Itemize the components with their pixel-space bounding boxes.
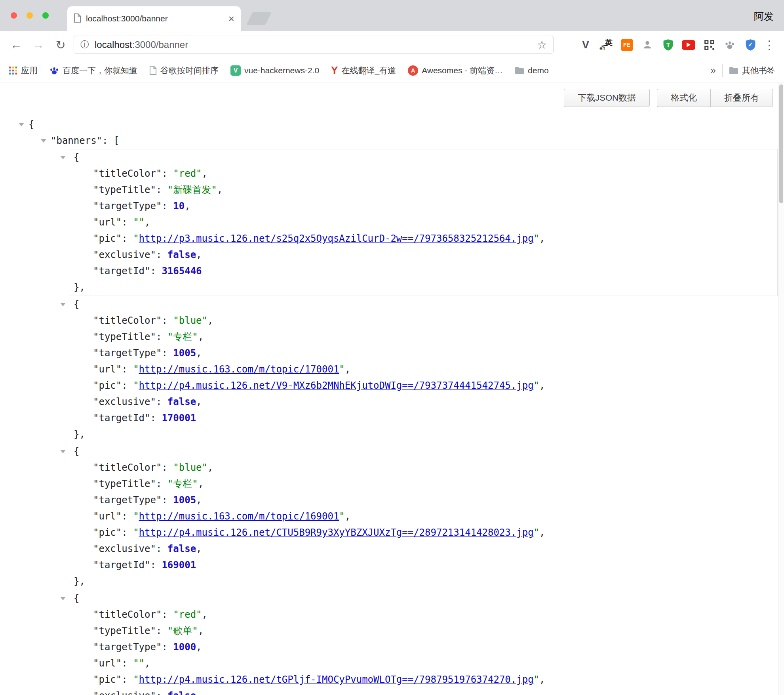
json-line: { (74, 296, 777, 313)
json-brace: { (74, 152, 79, 163)
bookmark-item-baidu[interactable]: 百度一下，你就知道 (49, 65, 137, 76)
forward-button[interactable]: → (29, 36, 48, 54)
contacts-extension-icon[interactable] (640, 37, 655, 52)
json-string-value: "专栏" (167, 478, 198, 489)
format-button[interactable]: 格式化 (657, 89, 710, 107)
json-comma: , (539, 233, 545, 244)
minimize-window-button[interactable] (27, 12, 33, 19)
json-quote: " (534, 527, 539, 538)
qrcode-extension-icon[interactable] (702, 37, 717, 52)
url-host: localhost (95, 39, 132, 50)
json-link[interactable]: http://p4.music.126.net/tGPljf-IMOCyPvum… (139, 674, 534, 685)
bookmark-item-apps[interactable]: 应用 (9, 65, 38, 76)
json-value: "新碟首发" (167, 184, 217, 195)
scrollbar-thumb[interactable] (779, 84, 783, 203)
json-comma: , (198, 625, 204, 636)
bookmark-item-google-sort[interactable]: 谷歌按时间排序 (149, 65, 219, 76)
json-key: "exclusive" (93, 249, 156, 260)
other-bookmarks-label: 其他书签 (742, 65, 775, 76)
bookmark-item-demo[interactable]: demo (515, 66, 549, 75)
json-comma: , (217, 184, 223, 195)
json-brace: { (74, 446, 79, 457)
close-tab-icon[interactable]: × (228, 13, 234, 24)
bookmark-item-vue-hackernews[interactable]: V vue-hackernews-2.0 (230, 65, 319, 76)
chrome-menu-icon[interactable]: ⋮ (763, 38, 775, 52)
address-bar[interactable]: ⓘ localhost:3000/banner ☆ (74, 36, 554, 54)
collapse-triangle-icon[interactable] (60, 597, 66, 600)
browser-tab[interactable]: localhost:3000/banner × (67, 6, 241, 31)
json-link[interactable]: http://music.163.com/m/topic/169001 (139, 511, 339, 522)
qr-icon (704, 40, 715, 50)
json-link[interactable]: http://p3.music.126.net/s25q2x5QyqsAzilC… (139, 233, 534, 244)
svg-text:✓: ✓ (748, 41, 753, 48)
json-string-value: "" (133, 217, 145, 228)
scrollbar[interactable] (778, 83, 784, 695)
fullscreen-window-button[interactable] (42, 12, 49, 19)
fehelper-extension-icon[interactable]: FE (619, 37, 634, 52)
json-key: "typeTitle" (93, 625, 156, 636)
json-value: "专栏" (167, 331, 198, 342)
json-key: "targetType" (93, 200, 162, 212)
json-value: 3165446 (162, 265, 202, 277)
json-quote: " (133, 364, 139, 375)
bookmark-label: vue-hackernews-2.0 (244, 66, 319, 75)
bookmark-star-icon[interactable]: ☆ (537, 38, 547, 52)
browser-window: localhost:3000/banner × 阿发 ← → ↻ ⓘ local… (0, 0, 784, 695)
new-tab-button[interactable] (246, 12, 272, 25)
bookmark-label: Awesomes - 前端资… (422, 65, 503, 76)
t-shield-extension-icon[interactable]: T (660, 37, 676, 52)
json-value: false (167, 249, 196, 260)
bookmark-label: 在线翻译_有道 (341, 65, 396, 76)
json-number-value: 1005 (173, 495, 196, 506)
page-favicon-icon (74, 13, 81, 24)
json-punct: : (162, 495, 173, 506)
other-bookmarks[interactable]: 其他书签 (729, 65, 775, 76)
url-text: localhost:3000/banner (95, 39, 188, 50)
collapse-triangle-icon[interactable] (60, 450, 66, 453)
json-key: "titleColor" (93, 315, 162, 326)
json-key: "pic" (93, 674, 122, 685)
json-array-level: {"titleColor": "red","typeTitle": "新碟首发"… (63, 149, 784, 695)
json-link[interactable]: http://music.163.com/m/topic/170001 (139, 364, 339, 375)
json-key: "pic" (93, 527, 122, 538)
reload-button[interactable]: ↻ (51, 36, 70, 54)
bookmark-item-awesomes[interactable]: A Awesomes - 前端资… (408, 65, 503, 76)
json-comma: , (202, 609, 207, 620)
bookmarks-overflow-icon[interactable]: » (710, 65, 716, 76)
site-info-icon[interactable]: ⓘ (80, 39, 89, 51)
json-comma: , (345, 364, 350, 375)
vimium-extension-icon[interactable]: V (578, 37, 593, 52)
json-key: "targetType" (93, 495, 162, 506)
json-key: "targetId" (93, 265, 150, 277)
collapse-triangle-icon[interactable] (60, 156, 66, 159)
json-object: {"titleColor": "blue","typeTitle": "专栏",… (69, 443, 778, 590)
json-punct: : (162, 168, 173, 179)
close-window-button[interactable] (11, 12, 17, 19)
green-shield-icon: T (662, 39, 674, 51)
collapse-all-button[interactable]: 折叠所有 (710, 89, 773, 107)
security-shield-extension-icon[interactable]: ✓ (743, 37, 758, 52)
download-json-button[interactable]: 下载JSON数据 (564, 89, 650, 107)
format-collapse-group: 格式化 折叠所有 (657, 89, 773, 107)
translate-extension-icon[interactable]: en 英 (599, 37, 614, 52)
back-button[interactable]: ← (7, 36, 25, 54)
json-punct: : (162, 642, 173, 653)
tab-title: localhost:3000/banner (86, 14, 168, 23)
json-punct: : (156, 478, 167, 489)
json-punct: : (122, 217, 133, 228)
json-string-value: "red" (173, 168, 202, 179)
json-link[interactable]: http://p4.music.126.net/V9-MXz6b2MNhEKju… (139, 380, 534, 391)
json-value: "" (133, 658, 145, 669)
collapse-triangle-icon[interactable] (19, 123, 24, 126)
json-link[interactable]: http://p4.music.126.net/CTU5B9R9y3XyYBZX… (139, 527, 534, 538)
json-punct: : (150, 265, 162, 277)
collapse-triangle-icon[interactable] (41, 139, 46, 143)
bookmark-item-youdao[interactable]: Y 在线翻译_有道 (331, 64, 396, 76)
bookmark-label: 谷歌按时间排序 (160, 65, 219, 76)
json-boolean-value: false (167, 396, 196, 407)
json-quote: " (534, 674, 539, 685)
json-value: "http://p4.music.126.net/V9-MXz6b2MNhEKj… (133, 380, 539, 391)
youtube-extension-icon[interactable] (681, 37, 696, 52)
collapse-triangle-icon[interactable] (60, 303, 66, 306)
paw-extension-icon[interactable] (722, 37, 737, 52)
